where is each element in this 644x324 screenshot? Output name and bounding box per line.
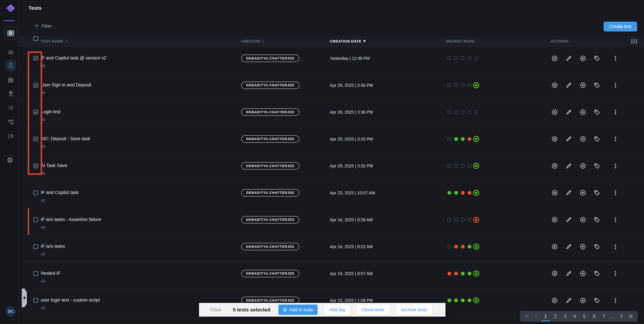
add-to-suite-row-button[interactable] xyxy=(579,162,586,169)
filter-button[interactable]: Filter xyxy=(33,23,52,29)
workflow-tree-icon[interactable] xyxy=(8,119,14,125)
table-row[interactable]: Login test v0 DEBADITYA.CHATTERJEE Apr 2… xyxy=(18,100,644,127)
table-row[interactable]: Nested IF v3 DEBADITYA.CHATTERJEE Apr 16… xyxy=(18,262,644,289)
tag-test-button[interactable] xyxy=(593,189,600,196)
tag-test-button[interactable] xyxy=(593,108,600,116)
edit-test-button[interactable] xyxy=(565,297,572,304)
page-number-1[interactable]: 1 xyxy=(542,311,549,322)
page-number-5[interactable]: 5 xyxy=(581,311,588,322)
sidebar-expand-handle[interactable] xyxy=(22,289,27,307)
page-number-7[interactable]: 7 xyxy=(600,311,607,322)
select-all-checkbox[interactable] xyxy=(34,36,38,41)
run-test-button[interactable] xyxy=(551,297,558,304)
table-grid-icon[interactable] xyxy=(8,77,14,83)
more-options-button[interactable] xyxy=(612,55,619,62)
edit-test-button[interactable] xyxy=(565,135,572,143)
user-avatar[interactable]: DC xyxy=(6,306,16,317)
row-checkbox[interactable] xyxy=(34,137,38,141)
clone-tests-button[interactable]: Clone tests xyxy=(357,305,390,315)
page-number-4[interactable]: 4 xyxy=(571,311,578,322)
tag-test-button[interactable] xyxy=(593,243,600,250)
column-test-name[interactable]: TEST NAME xyxy=(41,39,241,43)
tag-test-button[interactable] xyxy=(593,270,600,277)
tag-test-button[interactable] xyxy=(593,162,600,169)
row-checkbox[interactable] xyxy=(34,83,38,88)
first-page-button[interactable] xyxy=(524,313,530,320)
test-tubes-icon[interactable] xyxy=(8,91,14,97)
column-settings-icon[interactable] xyxy=(631,39,637,44)
row-checkbox[interactable] xyxy=(34,298,38,303)
add-to-suite-row-button[interactable] xyxy=(579,270,586,277)
row-checkbox[interactable] xyxy=(34,56,38,61)
tag-test-button[interactable] xyxy=(593,216,600,223)
tag-test-button[interactable] xyxy=(593,82,600,89)
row-checkbox[interactable] xyxy=(34,271,38,276)
checklist-icon[interactable] xyxy=(8,105,14,111)
run-test-button[interactable] xyxy=(551,243,558,250)
edit-test-button[interactable] xyxy=(565,162,572,169)
tag-test-button[interactable] xyxy=(593,135,600,143)
add-to-suite-row-button[interactable] xyxy=(579,135,586,143)
archive-tests-button[interactable]: Archive tests xyxy=(396,305,432,315)
settings-gear-icon[interactable]: ⚙ xyxy=(7,157,13,164)
add-to-suite-row-button[interactable] xyxy=(579,108,586,116)
more-options-button[interactable] xyxy=(612,243,619,250)
more-options-button[interactable] xyxy=(612,135,619,143)
row-checkbox[interactable] xyxy=(34,163,38,168)
edit-test-button[interactable] xyxy=(565,82,572,89)
page-number-6[interactable]: 6 xyxy=(591,311,598,322)
more-options-button[interactable] xyxy=(612,270,619,277)
add-to-suite-row-button[interactable] xyxy=(579,82,586,89)
table-row[interactable]: AIC: Deposit - Save task v0 DEBADITYA.CH… xyxy=(18,127,644,154)
tag-test-button[interactable] xyxy=(593,297,600,304)
run-test-button[interactable] xyxy=(551,162,558,169)
run-test-button[interactable] xyxy=(551,82,558,89)
table-row[interactable]: User Sign In and Deposit v0 DEBADITYA.CH… xyxy=(18,74,644,101)
add-to-suite-row-button[interactable] xyxy=(579,297,586,304)
run-test-button[interactable] xyxy=(551,135,558,143)
add-to-suite-row-button[interactable] xyxy=(579,189,586,196)
more-options-button[interactable] xyxy=(612,108,619,116)
row-checkbox[interactable] xyxy=(34,110,38,114)
tag-test-button[interactable] xyxy=(593,55,600,62)
add-to-suite-row-button[interactable] xyxy=(579,216,586,223)
home-icon[interactable] xyxy=(8,49,14,55)
row-checkbox[interactable] xyxy=(34,190,38,195)
more-options-button[interactable] xyxy=(612,216,619,223)
run-test-button[interactable] xyxy=(551,55,558,62)
next-page-button[interactable] xyxy=(618,313,624,320)
run-test-button[interactable] xyxy=(551,216,558,223)
more-options-button[interactable] xyxy=(612,189,619,196)
add-to-suite-button[interactable]: Add to suite xyxy=(278,305,318,315)
table-row[interactable]: AI Task Save v0 DEBADITYA.CHATTERJEE Apr… xyxy=(18,154,644,181)
tests-nav-active[interactable] xyxy=(5,60,16,71)
more-options-button[interactable] xyxy=(612,162,619,169)
column-creator[interactable]: CREATOR xyxy=(241,39,330,43)
prev-page-button[interactable] xyxy=(533,313,540,320)
table-row[interactable]: IF w/o tasks - Assertion failure v0 DEBA… xyxy=(18,208,644,235)
recordings-camera-icon[interactable] xyxy=(8,133,14,139)
last-page-button[interactable] xyxy=(627,313,634,320)
add-tag-button[interactable]: Add tag xyxy=(324,305,350,315)
edit-test-button[interactable] xyxy=(565,55,572,62)
run-test-button[interactable] xyxy=(551,189,558,196)
run-test-button[interactable] xyxy=(551,108,558,116)
edit-test-button[interactable] xyxy=(565,189,572,196)
more-options-button[interactable] xyxy=(612,297,619,304)
edit-test-button[interactable] xyxy=(565,243,572,250)
row-checkbox[interactable] xyxy=(34,244,38,249)
workspace-button[interactable]: D xyxy=(4,26,18,40)
clear-selection-button[interactable]: Clear xyxy=(210,307,223,313)
edit-test-button[interactable] xyxy=(565,216,572,223)
run-test-button[interactable] xyxy=(551,270,558,277)
column-creation-date[interactable]: CREATION DATE xyxy=(330,39,446,43)
page-number-3[interactable]: 3 xyxy=(562,311,568,322)
add-to-suite-row-button[interactable] xyxy=(579,243,586,250)
table-row[interactable]: IF and Copilot task @ version v2 v0 DEBA… xyxy=(18,47,644,74)
edit-test-button[interactable] xyxy=(565,108,572,116)
row-checkbox[interactable] xyxy=(34,217,38,222)
create-test-button[interactable]: Create test xyxy=(604,22,637,31)
edit-test-button[interactable] xyxy=(565,270,572,277)
more-options-button[interactable] xyxy=(612,82,619,89)
table-row[interactable]: IF w/o tasks v2 DEBADITYA.CHATTERJEE Apr… xyxy=(18,235,644,262)
